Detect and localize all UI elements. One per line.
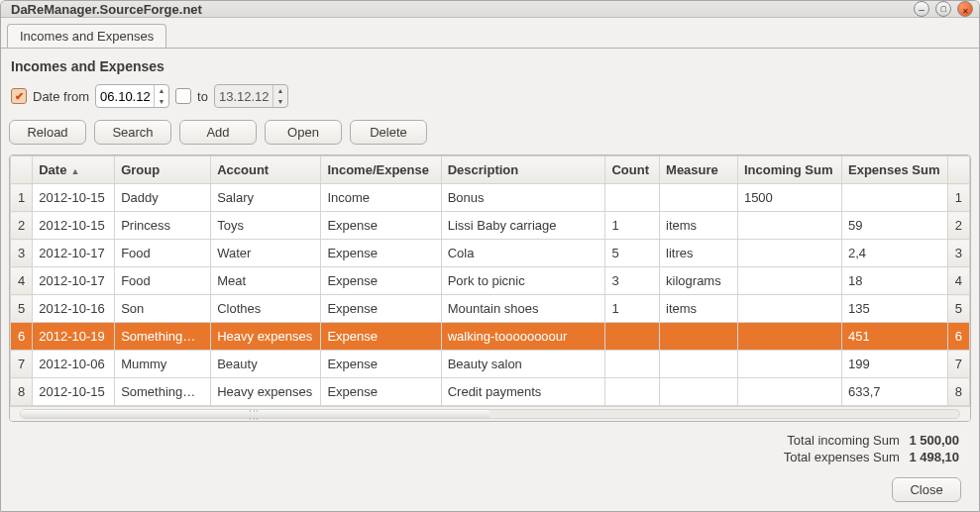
col-date[interactable]: Date▲ xyxy=(33,156,115,184)
table-cell: Meat xyxy=(211,267,321,295)
table-cell: 6 xyxy=(11,323,33,351)
table-row[interactable]: 72012-10-06MummyBeautyExpenseBeauty salo… xyxy=(11,351,970,378)
tab-incomes-expenses[interactable]: Incomes and Expenses xyxy=(7,24,166,48)
table-cell: walking-toooooooour xyxy=(441,323,605,351)
window-minimize-button[interactable]: – xyxy=(914,1,929,17)
reload-button[interactable]: Reload xyxy=(9,120,86,145)
minus-icon: – xyxy=(919,4,925,15)
table-cell: 2 xyxy=(947,212,969,240)
table-cell xyxy=(660,323,738,351)
table-cell: 199 xyxy=(842,351,948,378)
table-cell: 1 xyxy=(11,184,33,212)
search-button[interactable]: Search xyxy=(94,120,171,145)
chevron-down-icon: ▼ xyxy=(273,96,287,107)
window-close-button[interactable] xyxy=(957,1,973,17)
date-from-checkbox[interactable] xyxy=(11,88,27,104)
table-cell: 2012-10-06 xyxy=(33,351,115,378)
date-from-label: Date from xyxy=(33,89,89,104)
table-row[interactable]: 82012-10-15Something…Heavy expensesExpen… xyxy=(11,378,970,406)
table-cell: 4 xyxy=(947,267,969,295)
table-cell: 135 xyxy=(842,295,948,323)
totals-area: Total incoming Sum 1 500,00 Total expens… xyxy=(9,428,971,465)
col-description[interactable]: Description xyxy=(441,156,605,184)
table-row[interactable]: 32012-10-17FoodWaterExpenseCola5litres2,… xyxy=(11,240,970,267)
table-cell: 3 xyxy=(605,267,660,295)
date-to-label: to xyxy=(197,89,208,104)
table-cell: 59 xyxy=(842,212,948,240)
table-cell: Food xyxy=(115,267,211,295)
col-incoming-sum[interactable]: Incoming Sum xyxy=(737,156,841,184)
table-row[interactable]: 52012-10-16SonClothesExpenseMountain sho… xyxy=(11,295,970,323)
table-cell: Expense xyxy=(321,267,441,295)
col-measure[interactable]: Measure xyxy=(660,156,738,184)
col-group[interactable]: Group xyxy=(115,156,211,184)
scrollbar-thumb[interactable] xyxy=(21,410,490,418)
table-cell: Mountain shoes xyxy=(441,295,605,323)
col-expenses-sum[interactable]: Expenses Sum xyxy=(842,156,948,184)
table-row[interactable]: 22012-10-15PrincessToysExpenseLissi Baby… xyxy=(11,212,970,240)
data-grid: Date▲ Group Account Income/Expense Descr… xyxy=(9,154,971,422)
table-cell: Beauty salon xyxy=(441,351,605,378)
table-cell: Water xyxy=(211,240,321,267)
table-cell: Pork to picnic xyxy=(441,267,605,295)
table-cell: Expense xyxy=(321,323,441,351)
table-cell: Food xyxy=(115,240,211,267)
table-cell: 2012-10-17 xyxy=(33,240,115,267)
date-from-input[interactable] xyxy=(96,89,154,104)
table-row[interactable]: 12012-10-15DaddySalaryIncomeBonus15001 xyxy=(11,184,970,212)
table-row[interactable]: 42012-10-17FoodMeatExpensePork to picnic… xyxy=(11,267,970,295)
horizontal-scrollbar[interactable] xyxy=(10,406,970,421)
table-cell xyxy=(737,351,841,378)
open-button[interactable]: Open xyxy=(265,120,342,145)
table-cell: Lissi Baby carriage xyxy=(441,212,605,240)
date-to-input xyxy=(215,89,272,104)
total-incoming-value: 1 500,00 xyxy=(909,433,959,448)
table-cell xyxy=(842,184,948,212)
expenses-table: Date▲ Group Account Income/Expense Descr… xyxy=(10,155,970,406)
table-cell: 1 xyxy=(605,212,660,240)
table-cell: 451 xyxy=(842,323,948,351)
date-from-spinner[interactable]: ▲▼ xyxy=(154,85,168,107)
add-button[interactable]: Add xyxy=(179,120,257,145)
col-account[interactable]: Account xyxy=(211,156,321,184)
table-cell xyxy=(737,267,841,295)
table-cell xyxy=(737,240,841,267)
table-header-row: Date▲ Group Account Income/Expense Descr… xyxy=(11,156,970,184)
table-cell: Heavy expenses xyxy=(211,378,321,406)
titlebar[interactable]: DaReManager.SourceForge.net – ▢ xyxy=(1,1,979,18)
col-count[interactable]: Count xyxy=(605,156,660,184)
table-cell: Something… xyxy=(115,378,211,406)
table-cell xyxy=(737,212,841,240)
total-expenses-label: Total expenses Sum xyxy=(784,450,900,464)
date-from-field[interactable]: ▲▼ xyxy=(95,84,169,108)
chevron-up-icon: ▲ xyxy=(155,85,168,96)
col-rownum[interactable] xyxy=(11,156,33,184)
dialog-footer: Close xyxy=(9,471,971,510)
table-cell: Expense xyxy=(321,351,441,378)
table-cell: Mummy xyxy=(115,351,211,378)
col-id[interactable] xyxy=(947,156,969,184)
table-cell: Beauty xyxy=(211,351,321,378)
table-cell: 7 xyxy=(947,351,969,378)
col-income-expense[interactable]: Income/Expense xyxy=(321,156,441,184)
date-to-field: ▲▼ xyxy=(214,84,288,108)
page-title: Incomes and Expenses xyxy=(9,56,971,76)
table-cell: Income xyxy=(321,184,441,212)
close-button[interactable]: Close xyxy=(892,477,961,502)
table-cell: Salary xyxy=(211,184,321,212)
table-cell: 2012-10-15 xyxy=(33,184,115,212)
table-cell: items xyxy=(660,295,738,323)
window-maximize-button[interactable]: ▢ xyxy=(935,1,951,17)
date-to-checkbox[interactable] xyxy=(175,88,191,104)
chevron-down-icon: ▼ xyxy=(155,96,168,107)
table-cell: Expense xyxy=(321,212,441,240)
table-cell: Expense xyxy=(321,378,441,406)
table-row[interactable]: 62012-10-19Something…Heavy expensesExpen… xyxy=(11,323,970,351)
table-cell: Credit payments xyxy=(441,378,605,406)
grid-scroll-area[interactable]: Date▲ Group Account Income/Expense Descr… xyxy=(10,155,970,406)
table-cell xyxy=(605,184,660,212)
table-cell: 2012-10-15 xyxy=(33,212,115,240)
table-cell: 2012-10-15 xyxy=(33,378,115,406)
delete-button[interactable]: Delete xyxy=(350,120,427,145)
table-cell: 8 xyxy=(11,378,33,406)
